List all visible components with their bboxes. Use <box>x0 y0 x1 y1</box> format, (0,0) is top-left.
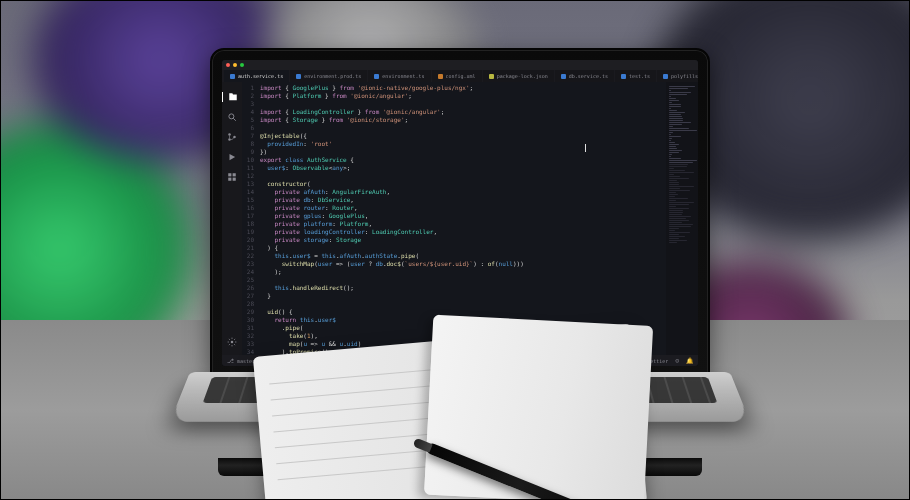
code-line: import { Platform } from '@ionic/angular… <box>260 92 662 100</box>
svg-rect-5 <box>233 173 236 176</box>
code-line: user$: Observable<any>; <box>260 164 662 172</box>
explorer-icon[interactable] <box>222 92 242 102</box>
notebook-page-right <box>424 315 653 500</box>
code-line <box>260 276 662 284</box>
close-icon[interactable] <box>226 63 230 67</box>
code-line: this.user$ = this.afAuth.authState.pipe( <box>260 252 662 260</box>
editor-main: 1234567891011121314151617181920212223242… <box>222 82 698 355</box>
file-icon <box>438 74 443 79</box>
search-icon[interactable] <box>227 112 237 122</box>
bell-icon[interactable]: 🔔 <box>686 357 693 365</box>
svg-point-0 <box>229 114 234 119</box>
tab-label: db.service.ts <box>569 72 608 80</box>
editor-tab[interactable]: config.xml <box>432 70 482 82</box>
code-line <box>260 124 662 132</box>
activity-bar <box>222 82 242 355</box>
code-line: uid() { <box>260 308 662 316</box>
extensions-icon[interactable] <box>227 172 237 182</box>
tab-label: config.xml <box>446 72 476 80</box>
code-line: }) <box>260 148 662 156</box>
tab-label: auth.service.ts <box>238 72 283 80</box>
code-line: } <box>260 292 662 300</box>
code-line: private platform: Platform, <box>260 220 662 228</box>
code-line: ) { <box>260 244 662 252</box>
editor-tab[interactable]: polyfills.ts <box>657 70 698 82</box>
editor-tabs: auth.service.tsenvironment.prod.tsenviro… <box>222 70 698 82</box>
code-line <box>260 172 662 180</box>
minimap[interactable] <box>666 82 698 355</box>
editor-tab[interactable]: auth.service.ts <box>224 70 289 82</box>
svg-rect-6 <box>228 178 231 181</box>
tab-label: test.ts <box>629 72 650 80</box>
editor-tab[interactable]: test.ts <box>615 70 656 82</box>
file-icon <box>621 74 626 79</box>
editor-tab[interactable]: db.service.ts <box>555 70 614 82</box>
window-titlebar <box>222 60 698 70</box>
file-icon <box>489 74 494 79</box>
code-line: private router: Router, <box>260 204 662 212</box>
source-control-icon[interactable] <box>227 132 237 142</box>
file-icon <box>230 74 235 79</box>
code-line: providedIn: 'root' <box>260 140 662 148</box>
code-area[interactable]: import { GooglePlus } from '@ionic-nativ… <box>256 82 666 355</box>
code-line: private db: DbService, <box>260 196 662 204</box>
code-line: import { GooglePlus } from '@ionic-nativ… <box>260 84 662 92</box>
file-icon <box>561 74 566 79</box>
code-line: @Injectable({ <box>260 132 662 140</box>
code-line: export class AuthService { <box>260 156 662 164</box>
tab-label: package-lock.json <box>497 72 548 80</box>
svg-point-8 <box>231 341 234 344</box>
svg-point-1 <box>228 133 231 136</box>
photo-scene: auth.service.tsenvironment.prod.tsenviro… <box>0 0 910 500</box>
editor-tab[interactable]: package-lock.json <box>483 70 554 82</box>
editor-tab[interactable]: environment.ts <box>368 70 430 82</box>
minimize-icon[interactable] <box>233 63 237 67</box>
code-line: private gplus: GooglePlus, <box>260 212 662 220</box>
svg-rect-7 <box>233 178 236 181</box>
editor-pane[interactable]: 1234567891011121314151617181920212223242… <box>242 82 698 355</box>
code-line: import { LoadingController } from '@ioni… <box>260 108 662 116</box>
code-line: private loadingController: LoadingContro… <box>260 228 662 236</box>
code-line: constructor( <box>260 180 662 188</box>
text-cursor-icon <box>585 144 586 152</box>
tab-label: environment.ts <box>382 72 424 80</box>
line-number-gutter: 1234567891011121314151617181920212223242… <box>242 82 256 355</box>
settings-gear-icon[interactable] <box>227 337 237 347</box>
branch-indicator[interactable]: ⎇ master <box>227 357 255 365</box>
file-icon <box>663 74 668 79</box>
code-line <box>260 300 662 308</box>
svg-point-2 <box>228 138 231 141</box>
debug-icon[interactable] <box>227 152 237 162</box>
code-line: ); <box>260 268 662 276</box>
tab-label: polyfills.ts <box>671 72 698 80</box>
file-icon <box>296 74 301 79</box>
code-line: import { Storage } from '@ionic/storage'… <box>260 116 662 124</box>
maximize-icon[interactable] <box>240 63 244 67</box>
code-line: private storage: Storage <box>260 236 662 244</box>
tab-label: environment.prod.ts <box>304 72 361 80</box>
code-line: private afAuth: AngularFireAuth, <box>260 188 662 196</box>
code-line: this.handleRedirect(); <box>260 284 662 292</box>
code-line: switchMap(user => (user ? db.doc$(`users… <box>260 260 662 268</box>
editor-tab[interactable]: environment.prod.ts <box>290 70 367 82</box>
file-icon <box>374 74 379 79</box>
feedback-icon[interactable]: ☺ <box>675 357 679 365</box>
code-line <box>260 100 662 108</box>
svg-rect-4 <box>228 173 231 176</box>
